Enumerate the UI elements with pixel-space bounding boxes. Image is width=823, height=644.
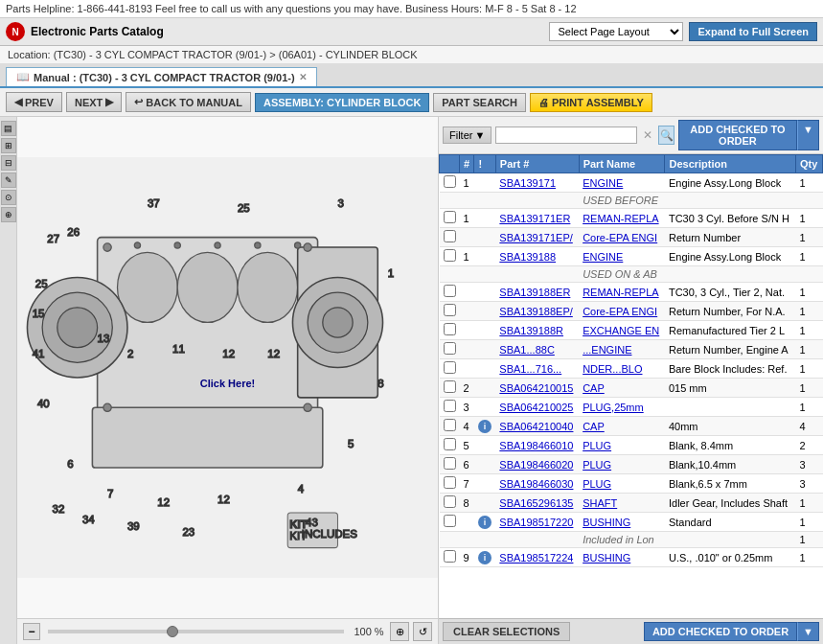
zoom-slider[interactable] — [48, 630, 344, 633]
part-search-button[interactable]: PART SEARCH — [433, 93, 526, 112]
diagram-image[interactable]: 27 26 37 25 3 1 8 5 4 12 12 7 6 — [17, 117, 438, 618]
part-name-link[interactable]: BUSHING — [583, 517, 630, 528]
part-number-link[interactable]: SBA198466010 — [499, 440, 573, 451]
table-row[interactable]: Included in Lon1 — [440, 532, 823, 548]
add-checked-bottom-dropdown[interactable]: ▼ — [797, 622, 819, 641]
zoom-reset-button[interactable]: ↺ — [413, 622, 432, 641]
part-name-link[interactable]: EXCHANGE EN — [583, 325, 659, 336]
table-row[interactable]: 2SBA064210015CAP015 mm1 — [440, 379, 823, 398]
filter-search-button[interactable]: 🔍 — [658, 126, 674, 145]
row-checkbox[interactable] — [444, 323, 456, 335]
row-checkbox[interactable] — [444, 457, 456, 470]
back-to-manual-button[interactable]: ↩ BACK TO MANUAL — [126, 92, 251, 112]
row-checkbox[interactable] — [444, 495, 456, 508]
part-name-link[interactable]: REMAN-REPLA — [583, 213, 658, 224]
row-checkbox[interactable] — [444, 476, 456, 489]
row-checkbox[interactable] — [444, 400, 456, 412]
part-name-link[interactable]: PLUG — [583, 440, 611, 451]
row-checkbox[interactable] — [444, 285, 456, 297]
sidebar-icon-6[interactable]: ⊕ — [1, 207, 16, 222]
part-name-link[interactable]: PLUG,25mm — [583, 402, 644, 413]
part-number-link[interactable]: SBA165296135 — [499, 497, 573, 509]
part-number-link[interactable]: SBA139188EP/ — [499, 306, 572, 317]
table-row[interactable]: SBA139171EP/Core-EPA ENGIReturn Number1 — [440, 228, 823, 247]
info-icon[interactable]: i — [478, 420, 492, 433]
filter-input[interactable] — [495, 126, 637, 144]
part-name-link[interactable]: CAP — [583, 421, 605, 432]
part-name-link[interactable]: Core-EPA ENGI — [583, 232, 657, 243]
sidebar-icon-1[interactable]: ▤ — [1, 121, 16, 136]
part-name-link[interactable]: PLUG — [583, 478, 611, 490]
row-checkbox[interactable] — [444, 515, 456, 527]
row-checkbox[interactable] — [444, 211, 456, 223]
row-checkbox[interactable] — [444, 550, 456, 563]
info-icon[interactable]: i — [478, 516, 492, 529]
row-checkbox[interactable] — [444, 438, 456, 450]
table-row[interactable]: iSBA198517220BUSHINGStandard1 — [440, 513, 823, 532]
row-checkbox[interactable] — [444, 380, 456, 393]
table-row[interactable]: SBA139188EP/Core-EPA ENGIReturn Number, … — [440, 302, 823, 321]
part-name-link[interactable]: ENGINE — [583, 177, 623, 189]
table-row[interactable]: USED ON & AB — [440, 266, 823, 283]
part-number-link[interactable]: SBA139188R — [499, 325, 563, 336]
part-name-link[interactable]: ...ENGINE — [583, 344, 631, 356]
part-name-link[interactable]: BUSHING — [583, 552, 630, 564]
table-row[interactable]: 4iSBA064210040CAP40mm4 — [440, 417, 823, 436]
part-number-link[interactable]: SBA198466020 — [499, 459, 573, 471]
part-name-link[interactable]: NDER...BLO — [583, 363, 642, 375]
part-number-link[interactable]: SBA1...88C — [499, 344, 554, 356]
clear-selections-button[interactable]: CLEAR SELECTIONS — [443, 622, 570, 641]
part-name-link[interactable]: SHAFT — [583, 497, 617, 509]
print-assembly-button[interactable]: 🖨 PRINT ASSEMBLY — [530, 93, 652, 112]
add-checked-bottom-button[interactable]: ADD CHECKED TO ORDER — [644, 622, 797, 641]
row-checkbox[interactable] — [444, 249, 456, 262]
table-row[interactable]: USED BEFORE — [440, 193, 823, 209]
add-checked-top-button[interactable]: ADD CHECKED TO ORDER — [678, 120, 797, 150]
table-row[interactable]: 1SBA139171ERREMAN-REPLATC30 3 Cyl. Befor… — [440, 209, 823, 228]
part-number-link[interactable]: SBA198517224 — [499, 552, 573, 564]
part-number-link[interactable]: SBA139188ER — [499, 287, 570, 298]
filter-dropdown[interactable]: Filter ▼ — [443, 126, 492, 144]
row-checkbox[interactable] — [444, 175, 456, 188]
table-row[interactable]: 5SBA198466010PLUGBlank, 8.4mm2 — [440, 436, 823, 455]
part-name-link[interactable]: ENGINE — [583, 251, 623, 263]
part-number-link[interactable]: SBA139171 — [499, 177, 556, 189]
sidebar-icon-5[interactable]: ⊙ — [1, 190, 16, 205]
info-icon[interactable]: i — [478, 551, 492, 564]
row-checkbox[interactable] — [444, 361, 456, 374]
row-checkbox[interactable] — [444, 304, 456, 316]
table-row[interactable]: 6SBA198466020PLUGBlank,10.4mm3 — [440, 455, 823, 474]
sidebar-icon-4[interactable]: ✎ — [1, 172, 16, 188]
zoom-out-button[interactable]: − — [23, 623, 40, 640]
table-row[interactable]: 8SBA165296135SHAFTIdler Gear, Includes S… — [440, 494, 823, 513]
part-name-link[interactable]: CAP — [583, 382, 605, 394]
table-row[interactable]: 9iSBA198517224BUSHINGU.S., .010" or 0.25… — [440, 548, 823, 567]
part-number-link[interactable]: SBA198517220 — [499, 517, 573, 528]
expand-button[interactable]: Expand to Full Screen — [689, 22, 817, 41]
table-row[interactable]: SBA139188REXCHANGE ENRemanufactured Tier… — [440, 321, 823, 340]
zoom-thumb[interactable] — [167, 626, 178, 637]
table-row[interactable]: 1SBA139188ENGINEEngine Assy.Long Block1 — [440, 247, 823, 266]
tab-close-icon[interactable]: ✕ — [299, 72, 307, 82]
part-number-link[interactable]: SBA139171ER — [499, 213, 570, 224]
row-checkbox[interactable] — [444, 419, 456, 431]
sidebar-icon-2[interactable]: ⊞ — [1, 138, 16, 153]
parts-table-container[interactable]: # ! Part # Part Name Description Qty 1SB… — [439, 154, 823, 618]
table-row[interactable]: SBA1...716...NDER...BLOBare Block Includ… — [440, 359, 823, 379]
table-row[interactable]: 1SBA139171ENGINEEngine Assy.Long Block1 — [440, 173, 823, 193]
part-name-link[interactable]: Core-EPA ENGI — [583, 306, 657, 317]
part-number-link[interactable]: SBA139188 — [499, 251, 556, 263]
prev-button[interactable]: ◀ PREV — [6, 92, 62, 112]
next-button[interactable]: NEXT ▶ — [66, 92, 122, 112]
part-number-link[interactable]: SBA064210025 — [499, 402, 573, 413]
filter-clear-icon[interactable]: ✕ — [641, 128, 654, 142]
table-row[interactable]: SBA139188ERREMAN-REPLATC30, 3 Cyl., Tier… — [440, 283, 823, 302]
add-checked-top-dropdown[interactable]: ▼ — [797, 120, 819, 150]
zoom-fit-button[interactable]: ⊕ — [390, 622, 409, 641]
page-layout-select[interactable]: Select Page Layout — [549, 22, 683, 41]
row-checkbox[interactable] — [444, 230, 456, 242]
part-number-link[interactable]: SBA139171EP/ — [499, 232, 572, 243]
main-tab[interactable]: 📖 Manual : (TC30) - 3 CYL COMPACT TRACTO… — [6, 67, 317, 86]
part-number-link[interactable]: SBA064210040 — [499, 421, 573, 432]
sidebar-icon-3[interactable]: ⊟ — [1, 155, 16, 171]
